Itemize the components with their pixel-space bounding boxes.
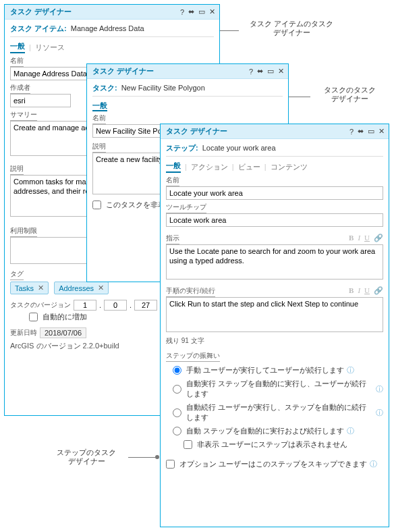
radio-autocont-label: 自動続行 ユーザーが実行し、ステップを自動的に続行します (186, 402, 373, 423)
bold-icon[interactable]: B (349, 286, 354, 295)
summary-label: サマリー (10, 110, 37, 121)
radio-autocont[interactable] (173, 408, 181, 417)
info-icon[interactable]: ⓘ (347, 365, 354, 375)
callout2-line1: タスクのタスク (312, 86, 387, 95)
info-icon[interactable]: ⓘ (376, 408, 383, 418)
optional-checkbox[interactable] (166, 460, 175, 469)
italic-icon[interactable]: I (358, 234, 360, 242)
tag-addresses[interactable]: Addresses✕ (54, 282, 109, 294)
hide-step-checkbox[interactable] (184, 440, 192, 449)
name-label: 名前 (10, 56, 24, 67)
link-icon[interactable]: 🔗 (374, 234, 383, 242)
help-icon[interactable]: ? (249, 68, 253, 76)
task-item-value: Manage Address Data (71, 24, 144, 32)
auto-increment-checkbox[interactable] (29, 313, 38, 321)
radio-manual-label: 手動 ユーザーが実行してユーザーが続行します (186, 365, 344, 375)
close-icon[interactable]: ✕ (378, 127, 385, 136)
author-label: 作成者 (10, 83, 30, 94)
optional-label: オプション ユーザーはこのステップをスキップできます (179, 459, 367, 469)
author-input[interactable] (10, 94, 71, 107)
info-icon[interactable]: ⓘ (347, 426, 354, 436)
radio-autorun[interactable] (173, 385, 181, 394)
instruction-label: 指示 (166, 234, 179, 244)
name-label: 名前 (92, 113, 106, 124)
step-value: Locate your work area (202, 144, 276, 152)
callout1-line2: デザイナー (241, 28, 342, 37)
link-icon[interactable]: 🔗 (374, 286, 383, 295)
version-minor-input[interactable] (104, 300, 127, 311)
instruction-input[interactable] (166, 244, 383, 280)
version-build-input[interactable] (134, 300, 157, 311)
radio-autorun-label: 自動実行 ステップを自動的に実行し、ユーザーが続行します (186, 379, 373, 399)
runcont-input[interactable] (166, 297, 383, 332)
bold-icon[interactable]: B (349, 234, 354, 242)
radio-auto-label: 自動 ステップを自動的に実行および続行します (186, 426, 344, 436)
task-version-label: タスクのバージョン (10, 300, 71, 310)
runcont-label: 手順の実行/続行 (166, 286, 215, 297)
info-icon[interactable]: ⓘ (376, 384, 383, 394)
hide-step-label: 非表示 ユーザーにステップは表示されません (197, 440, 347, 450)
task-item-label: タスク アイテム: (10, 24, 67, 34)
italic-icon[interactable]: I (358, 286, 360, 295)
tab-action[interactable]: アクション (191, 162, 228, 172)
updated-value: 2018/07/06 (40, 327, 86, 338)
tooltip-label: ツールチップ (166, 203, 206, 213)
help-icon[interactable]: ? (180, 8, 184, 16)
radio-manual[interactable] (173, 366, 181, 375)
remaining-chars: 残り 91 文字 (166, 337, 204, 344)
tags-label: タグ (10, 269, 24, 280)
version-major-input[interactable] (74, 300, 96, 311)
callout2-line2: デザイナー (312, 95, 387, 103)
tab-general[interactable]: 一般 (92, 101, 107, 111)
tab-resource[interactable]: リソース (35, 43, 65, 53)
close-icon[interactable]: ✕ (278, 67, 284, 76)
info-icon[interactable]: ⓘ (370, 459, 377, 469)
close-icon[interactable]: ✕ (209, 7, 215, 16)
tab-contents[interactable]: コンテンツ (271, 162, 308, 172)
callout1-line1: タスク アイテムのタスク (241, 20, 342, 28)
auto-increment-label: 自動的に増加 (43, 312, 87, 322)
tag-tasks-remove-icon[interactable]: ✕ (38, 284, 44, 292)
minimize-icon[interactable]: ▭ (198, 7, 205, 16)
desc-label: 説明 (10, 164, 24, 175)
panel3-title: タスク デザイナー (166, 126, 349, 136)
updated-label: 更新日時 (10, 328, 37, 338)
step-name-input[interactable] (166, 186, 383, 200)
pin-icon[interactable]: ⬌ (257, 67, 263, 76)
usage-label: 利用制限 (10, 226, 37, 237)
callout3-line1: ステップのタスク (46, 448, 127, 457)
pin-icon[interactable]: ⬌ (358, 127, 364, 136)
hide-task-checkbox[interactable] (92, 201, 101, 209)
help-icon[interactable]: ? (349, 128, 354, 136)
step-label: ステップ: (166, 143, 198, 153)
tooltip-input[interactable] (166, 213, 383, 227)
callout3-line2: デザイナー (46, 457, 127, 466)
tag-addresses-remove-icon[interactable]: ✕ (98, 284, 104, 292)
radio-auto[interactable] (173, 427, 181, 435)
tab-general[interactable]: 一般 (166, 161, 181, 173)
tag-tasks[interactable]: Tasks✕ (10, 282, 49, 294)
task-label: タスク: (92, 83, 117, 93)
pin-icon[interactable]: ⬌ (188, 7, 194, 16)
tab-general[interactable]: 一般 (10, 41, 25, 53)
underline-icon[interactable]: U (364, 286, 370, 295)
panel1-title: タスク デザイナー (10, 7, 180, 17)
name-label: 名前 (166, 176, 179, 186)
panel2-title: タスク デザイナー (92, 66, 249, 76)
tab-view[interactable]: ビュー (238, 162, 260, 172)
minimize-icon[interactable]: ▭ (368, 127, 374, 136)
minimize-icon[interactable]: ▭ (267, 67, 274, 76)
desc-label: 説明 (92, 142, 106, 153)
behavior-label: ステップの振舞い (166, 351, 220, 362)
underline-icon[interactable]: U (364, 234, 370, 242)
task-value: New Facility Site Polygon (121, 84, 205, 92)
